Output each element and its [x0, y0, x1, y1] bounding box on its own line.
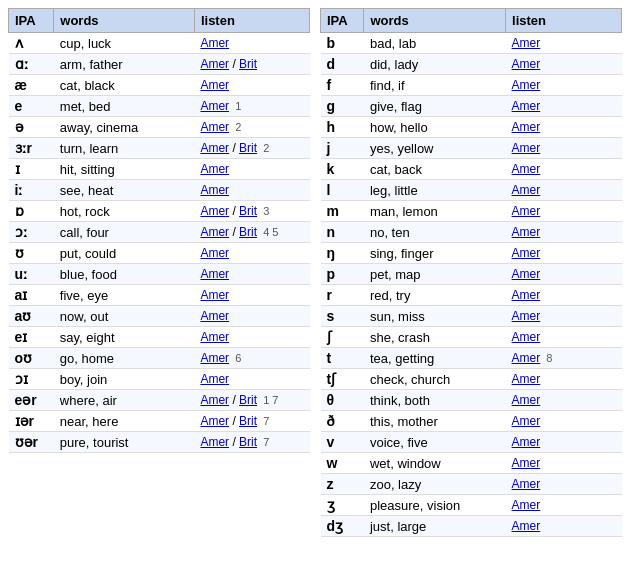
listen-cell: Amer [506, 516, 622, 537]
listen-cell: Amer [506, 222, 622, 243]
brit-link[interactable]: Brit [239, 393, 257, 407]
amer-link[interactable]: Amer [512, 435, 541, 449]
words-cell: see, heat [54, 180, 195, 201]
table-row: wwet, windowAmer [321, 453, 622, 474]
amer-link[interactable]: Amer [512, 99, 541, 113]
table-row: ʌcup, luckAmer [9, 33, 310, 54]
amer-link[interactable]: Amer [200, 183, 229, 197]
table-row: əaway, cinemaAmer 2 [9, 117, 310, 138]
table-row: emet, bedAmer 1 [9, 96, 310, 117]
left-header-listen: listen [194, 9, 309, 33]
amer-link[interactable]: Amer [200, 141, 229, 155]
words-cell: hit, sitting [54, 159, 195, 180]
listen-cell: Amer [506, 75, 622, 96]
listen-cell: Amer 6 [194, 348, 309, 369]
right-header-words: words [364, 9, 506, 33]
amer-link[interactable]: Amer [200, 225, 229, 239]
amer-link[interactable]: Amer [200, 162, 229, 176]
amer-link[interactable]: Amer [200, 120, 229, 134]
amer-link[interactable]: Amer [512, 246, 541, 260]
words-cell: zoo, lazy [364, 474, 506, 495]
words-cell: boy, join [54, 369, 195, 390]
brit-link[interactable]: Brit [239, 204, 257, 218]
amer-link[interactable]: Amer [200, 78, 229, 92]
ipa-symbol: eər [9, 390, 54, 411]
words-cell: think, both [364, 390, 506, 411]
words-cell: how, hello [364, 117, 506, 138]
amer-link[interactable]: Amer [512, 414, 541, 428]
amer-link[interactable]: Amer [512, 288, 541, 302]
amer-link[interactable]: Amer [200, 351, 229, 365]
amer-link[interactable]: Amer [512, 393, 541, 407]
ipa-symbol: ŋ [321, 243, 364, 264]
amer-link[interactable]: Amer [512, 141, 541, 155]
amer-link[interactable]: Amer [512, 456, 541, 470]
table-row: ɪhit, sittingAmer [9, 159, 310, 180]
ipa-symbol: ʌ [9, 33, 54, 54]
amer-link[interactable]: Amer [200, 204, 229, 218]
amer-link[interactable]: Amer [200, 36, 229, 50]
amer-link[interactable]: Amer [200, 372, 229, 386]
amer-link[interactable]: Amer [200, 288, 229, 302]
amer-link[interactable]: Amer [512, 204, 541, 218]
amer-link[interactable]: Amer [512, 309, 541, 323]
amer-link[interactable]: Amer [200, 435, 229, 449]
amer-link[interactable]: Amer [512, 162, 541, 176]
ipa-symbol: b [321, 33, 364, 54]
brit-link[interactable]: Brit [239, 57, 257, 71]
amer-link[interactable]: Amer [512, 351, 541, 365]
amer-link[interactable]: Amer [200, 57, 229, 71]
amer-link[interactable]: Amer [200, 246, 229, 260]
words-cell: pure, tourist [54, 432, 195, 453]
listen-cell: Amer / Brit 3 [194, 201, 309, 222]
amer-link[interactable]: Amer [200, 309, 229, 323]
amer-link[interactable]: Amer [200, 414, 229, 428]
table-row: jyes, yellowAmer [321, 138, 622, 159]
amer-link[interactable]: Amer [200, 330, 229, 344]
table-row: ðthis, motherAmer [321, 411, 622, 432]
amer-link[interactable]: Amer [512, 183, 541, 197]
amer-link[interactable]: Amer [512, 57, 541, 71]
listen-cell: Amer 1 [194, 96, 309, 117]
listen-cell: Amer [506, 138, 622, 159]
words-cell: pet, map [364, 264, 506, 285]
ipa-symbol: dʒ [321, 516, 364, 537]
amer-link[interactable]: Amer [512, 330, 541, 344]
listen-cell: Amer [194, 264, 309, 285]
brit-link[interactable]: Brit [239, 414, 257, 428]
amer-link[interactable]: Amer [200, 267, 229, 281]
listen-cell: Amer [506, 285, 622, 306]
words-cell: blue, food [54, 264, 195, 285]
amer-link[interactable]: Amer [200, 99, 229, 113]
amer-link[interactable]: Amer [512, 372, 541, 386]
words-cell: cat, black [54, 75, 195, 96]
listen-cell: Amer [194, 369, 309, 390]
amer-link[interactable]: Amer [200, 393, 229, 407]
words-cell: wet, window [364, 453, 506, 474]
table-row: ʃshe, crashAmer [321, 327, 622, 348]
amer-link[interactable]: Amer [512, 120, 541, 134]
ipa-symbol: r [321, 285, 364, 306]
amer-link[interactable]: Amer [512, 225, 541, 239]
words-cell: five, eye [54, 285, 195, 306]
words-cell: hot, rock [54, 201, 195, 222]
ipa-symbol: d [321, 54, 364, 75]
listen-cell: Amer [194, 285, 309, 306]
amer-link[interactable]: Amer [512, 477, 541, 491]
brit-link[interactable]: Brit [239, 141, 257, 155]
amer-link[interactable]: Amer [512, 78, 541, 92]
brit-link[interactable]: Brit [239, 225, 257, 239]
words-cell: met, bed [54, 96, 195, 117]
amer-link[interactable]: Amer [512, 267, 541, 281]
ipa-symbol: ð [321, 411, 364, 432]
words-cell: go, home [54, 348, 195, 369]
note-label: 1 7 [260, 394, 278, 406]
table-row: ɜːrturn, learnAmer / Brit 2 [9, 138, 310, 159]
amer-link[interactable]: Amer [512, 36, 541, 50]
listen-cell: Amer [194, 159, 309, 180]
listen-cell: Amer [194, 33, 309, 54]
amer-link[interactable]: Amer [512, 498, 541, 512]
table-row: ttea, gettingAmer 8 [321, 348, 622, 369]
brit-link[interactable]: Brit [239, 435, 257, 449]
amer-link[interactable]: Amer [512, 519, 541, 533]
